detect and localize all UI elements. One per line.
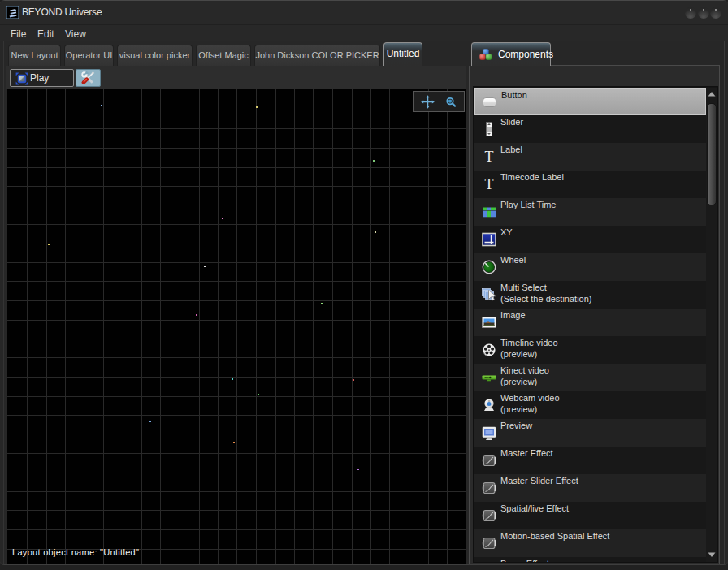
svg-text:T: T	[485, 176, 494, 192]
svg-text:T: T	[485, 149, 494, 165]
